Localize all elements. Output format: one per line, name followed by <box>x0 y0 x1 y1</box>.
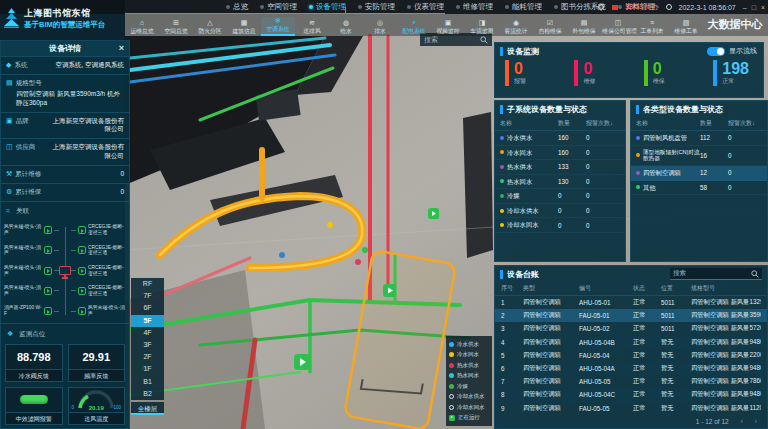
floor-RF[interactable]: RF <box>131 278 164 290</box>
sort-column[interactable]: 报警次数↓ <box>728 119 762 128</box>
table-row[interactable]: 热水供水1330 <box>495 160 625 175</box>
menu-dot-icon <box>358 5 362 9</box>
topology-node[interactable]: 风管末端-喷头-消声 <box>4 281 59 300</box>
play-button-equipment-4[interactable] <box>428 208 439 219</box>
menu-energy[interactable]: 能耗管理 <box>505 2 542 12</box>
settings-gear-icon[interactable] <box>597 3 605 11</box>
table-row[interactable]: 8四管制空调箱AHU-05-04C正常暂无四管制空调箱 新风量9480m3... <box>495 388 767 401</box>
floor-5F-active[interactable]: 5F <box>131 315 164 327</box>
table-row[interactable]: 冷却水回水00 <box>495 218 625 233</box>
table-row[interactable]: 6四管制空调箱AHU-05-04A正常暂无四管制空调箱 新风量9480m3... <box>495 362 767 375</box>
tab-outsourced-maintenance[interactable]: ▤外包维保 <box>567 19 601 36</box>
menu-repair[interactable]: 维修管理 <box>456 2 493 12</box>
ledger-search-input[interactable]: 搜索 <box>670 268 762 280</box>
tab-self-maintenance[interactable]: ☑自检维保 <box>533 19 567 36</box>
table-row[interactable]: 3四管制空调箱FAU-05-02正常5011四管制空调箱 新风量5720m3..… <box>495 322 767 335</box>
close-window-button[interactable]: × <box>761 4 765 11</box>
table-row-selected[interactable]: 2四管制空调箱FAU-05-01正常5011四管制空调箱 新风量3590m3..… <box>495 309 767 322</box>
alert-count[interactable]: 33/53 待办 <box>625 2 658 12</box>
floor-6F[interactable]: 6F <box>131 302 164 314</box>
floor-4F[interactable]: 4F <box>131 327 164 339</box>
alert-flag-icon[interactable] <box>612 5 618 10</box>
table-row[interactable]: 9四管制空调箱FAU-05-05正常暂无四管制空调箱 新风量1120m3... <box>495 402 767 415</box>
tab-water-supply[interactable]: ◍给水 <box>329 19 363 36</box>
tab-label: 空间总览 <box>160 27 191 34</box>
table-row[interactable]: 冷水供水1600 <box>495 131 625 146</box>
tab-label: 维保公司管理 <box>602 27 633 34</box>
minimize-button[interactable]: – <box>743 4 747 11</box>
sort-column[interactable]: 报警次数↓ <box>586 119 620 128</box>
table-row[interactable]: 冷却水供水00 <box>495 204 625 219</box>
table-row[interactable]: 冷媒00 <box>495 189 625 204</box>
floor-B1[interactable]: B1 <box>131 376 164 388</box>
app-logo: 上海图书馆东馆 基于BIM的智慧运维平台 <box>3 2 125 34</box>
topology-node[interactable]: CRCEGJE-熔断-变径三通 <box>71 221 126 240</box>
table-row[interactable]: 7四管制空调箱AHU-05-05正常暂无四管制空调箱 新风量7860m3... <box>495 375 767 388</box>
series-dot-icon <box>500 150 504 154</box>
next-page-button[interactable]: › <box>755 418 757 425</box>
tab-vendor-management[interactable]: ◫维保公司管理 <box>601 19 635 36</box>
tab-visitor-stats[interactable]: ◉客流统计 <box>499 19 533 36</box>
tab-hvac-system[interactable]: ❄空调系统 <box>261 17 295 36</box>
table-row[interactable]: 5四管制空调箱FAU-05-04正常暂无四管制空调箱 新风量2200m3... <box>495 349 767 362</box>
table-row[interactable]: 四管制风机盘管1120 <box>631 131 767 146</box>
maximize-button[interactable]: □ <box>752 4 756 11</box>
table-row[interactable]: 其他580 <box>631 181 767 196</box>
menu-instrument[interactable]: 仪表管理 <box>407 2 444 12</box>
topology-node[interactable]: CRCEGJE-熔断-变径三通 <box>71 261 126 280</box>
topology-node[interactable]: 风管末端-喷头-消声 <box>4 221 59 240</box>
grid-icon: ⊞ <box>159 19 193 27</box>
tab-ops-overview[interactable]: ⌂运维总览 <box>125 19 159 36</box>
series-dot-icon <box>636 185 640 189</box>
tab-drainage[interactable]: ◎排水 <box>363 19 397 36</box>
floor-2F[interactable]: 2F <box>131 351 164 363</box>
play-button-equipment-2[interactable] <box>294 354 310 370</box>
menu-equipment[interactable]: 设备管理 <box>309 2 346 12</box>
series-dot-icon <box>500 136 504 140</box>
prev-page-button[interactable]: ‹ <box>741 418 743 425</box>
topology-node[interactable]: 消声器-ZP100 W-F <box>4 302 59 321</box>
tab-space-overview[interactable]: ⊞空间总览 <box>159 19 193 36</box>
topology-node[interactable]: 风管末端-喷头-消声 <box>71 302 126 321</box>
topology-icon: ⌗ <box>6 207 10 215</box>
table-row-selected[interactable]: 四管制空调箱120 <box>631 166 767 181</box>
floor-7F[interactable]: 7F <box>131 290 164 302</box>
floor-B2[interactable]: B2 <box>131 388 164 400</box>
tab-big-data-center[interactable]: 大数据中心 <box>703 17 767 36</box>
tab-video-monitor[interactable]: ▣视频监控 <box>431 19 465 36</box>
play-button-equipment-3[interactable] <box>383 284 396 297</box>
table-row[interactable]: 4四管制空调箱AHU-05-04B正常暂无四管制空调箱 新风量9480m3... <box>495 336 767 349</box>
central-equipment-node[interactable] <box>59 266 71 275</box>
menu-overview[interactable]: 总览 <box>226 2 248 12</box>
topology-node[interactable]: CRCEGJE-熔断-变径三通 <box>71 281 126 300</box>
floor-1F[interactable]: 1F <box>131 363 164 375</box>
equipment-monitor-panel: 设备监测 显示流线 0报警 0维修 0维保 198正常 <box>494 42 764 98</box>
tab-fire-zone[interactable]: △防火分区 <box>193 19 227 36</box>
tab-repair-orders[interactable]: ▨维修工单 <box>669 19 703 36</box>
topology-node[interactable]: 风管末端-喷头-消声 <box>4 241 59 260</box>
status-bar: 33/53 待办 2022-3-1 08:56:07 – □ × <box>597 2 765 12</box>
table-row[interactable]: 薄型地板辐射(CN)对流散热器160 <box>631 146 767 166</box>
tab-ventilation[interactable]: ≋送排风 <box>295 19 329 36</box>
topology-node[interactable]: 风管末端-喷头-消声 <box>4 261 59 280</box>
menu-label: 安防管理 <box>365 2 395 12</box>
table-row[interactable]: 1四管制空调箱AHU-05-01正常5011四管制空调箱 新风量13290m..… <box>495 296 767 309</box>
toggle-switch-on[interactable] <box>707 47 725 56</box>
tab-traffic-monitor[interactable]: ◨车流监测 <box>465 19 499 36</box>
close-icon[interactable]: × <box>119 41 124 56</box>
flowline-toggle[interactable]: 显示流线 <box>707 46 757 56</box>
table-row[interactable]: 热水回水1300 <box>495 175 625 190</box>
search-icon <box>480 36 488 44</box>
topology-node[interactable]: CRCEGJE-熔断-变径三通 <box>71 241 126 260</box>
topology-diagram[interactable]: 风管末端-喷头-消声 风管末端-喷头-消声 风管末端-喷头-消声 风管末端-喷头… <box>4 219 126 323</box>
legend-dot-icon <box>449 363 454 368</box>
menu-security[interactable]: 安防管理 <box>358 2 395 12</box>
stat-value: 0 <box>514 60 526 77</box>
tab-building-info[interactable]: ▦建筑信息 <box>227 19 261 36</box>
floor-3F[interactable]: 3F <box>131 339 164 351</box>
tab-work-orders[interactable]: ≡工单列表 <box>635 19 669 36</box>
menu-space[interactable]: 空间管理 <box>260 2 297 12</box>
table-row[interactable]: 冷水回水1600 <box>495 146 625 161</box>
tab-power-system[interactable]: ⚡配电系统 <box>397 19 431 36</box>
all-floors-button[interactable]: 全楼层 <box>131 402 164 415</box>
